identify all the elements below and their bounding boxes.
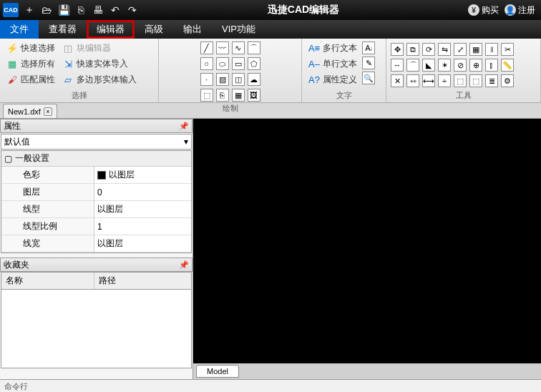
polygon-icon: ▱ [62,74,74,86]
layer-tool-icon[interactable]: ≣ [485,74,498,87]
move-tool-icon[interactable]: ✥ [391,43,404,56]
attr-def-button[interactable]: A?属性定义 [306,73,359,87]
fav-list[interactable] [1,290,192,368]
menu-advanced[interactable]: 高级 [135,20,173,39]
image-tool-icon[interactable]: 🖼 [248,89,260,102]
sidebar: 属性 📌 默认值 ▾ ▢ 一般设置 色彩 以图层 图层 0 线型 以图层 [0,119,193,379]
erase-tool-icon[interactable]: ✕ [391,74,404,87]
prop-row-layer[interactable]: 图层 0 [1,184,191,201]
prop-key: 色彩 [1,167,94,183]
menu-editor[interactable]: 编辑器 [87,20,135,39]
insert-tool-icon[interactable]: ⎘ [216,89,229,102]
quick-select-button[interactable]: ⚡快速选择 [4,41,57,55]
pin-icon[interactable]: 📌 [179,260,189,270]
print-icon[interactable]: 🖶 [92,4,104,16]
text-edit-icon[interactable]: ✎ [362,57,375,69]
prop-row-ltscale[interactable]: 线型比例 1 [1,218,191,235]
explode-tool-icon[interactable]: ✶ [438,59,451,72]
menu-bar: 文件 查看器 编辑器 高级 输出 VIP功能 [0,20,541,39]
chevron-down-icon: ▾ [184,137,188,147]
pin-icon[interactable]: 📌 [179,122,189,131]
menu-vip[interactable]: VIP功能 [212,20,265,39]
table-tool-icon[interactable]: ▦ [232,89,245,102]
ellipse-tool-icon[interactable]: ⬭ [216,57,229,70]
mirror-tool-icon[interactable]: ⇋ [438,43,451,56]
import-icon: ⇲ [62,59,74,70]
attr-icon: A? [308,74,320,86]
scale-tool-icon[interactable]: ⤢ [454,43,467,56]
yen-icon: ¥ [468,4,479,16]
open-icon[interactable]: 🗁 [40,4,53,16]
prop-row-lineweight[interactable]: 线宽 以图层 [1,235,191,253]
drawing-canvas[interactable] [193,119,541,363]
point-tool-icon[interactable]: · [200,73,213,86]
buy-button[interactable]: ¥ 购买 [468,4,499,16]
stretch-tool-icon[interactable]: ⇿ [406,74,419,87]
menu-viewer[interactable]: 查看器 [39,20,87,39]
text-find-icon[interactable]: 🔍 [362,72,375,84]
copy-tool-icon[interactable]: ⧉ [406,43,419,56]
match-props-button[interactable]: 🖌匹配属性 [4,73,57,87]
prop-key: 线型比例 [1,218,94,235]
model-tab[interactable]: Model [196,365,239,378]
text-style-icon[interactable]: Aᵢ [362,41,375,54]
select-all-button[interactable]: ▦选择所有 [4,57,57,71]
undo-icon[interactable]: ↶ [109,4,122,16]
hatch-tool-icon[interactable]: ▧ [216,73,229,86]
prop-key: 线宽 [1,235,94,252]
trim-tool-icon[interactable]: ✂ [501,43,514,56]
rect-tool-icon[interactable]: ▭ [232,57,245,70]
polygon-tool-icon[interactable]: ⬠ [248,57,260,70]
cloud-tool-icon[interactable]: ☁ [248,73,260,86]
extend-tool-icon[interactable]: ↔ [391,59,404,72]
join-tool-icon[interactable]: ⊕ [469,59,482,72]
group-draw-label: 绘制 [163,102,297,114]
command-line[interactable]: 命令行 [0,379,541,392]
register-label: 注册 [518,4,535,16]
register-button[interactable]: 👤 注册 [505,4,535,16]
polygon-entity-input-button[interactable]: ▱多边形实体输入 [60,73,139,87]
divide-tool-icon[interactable]: ÷ [438,74,451,87]
arc-tool-icon[interactable]: ⌒ [248,41,260,54]
break-tool-icon[interactable]: ⊘ [454,59,467,72]
save-icon[interactable]: 💾 [57,4,70,16]
prop-key: 线型 [1,201,94,217]
redo-icon[interactable]: ↷ [126,4,139,16]
group-text-label: 文字 [306,89,381,101]
block-tool-icon[interactable]: ◫ [232,73,245,86]
lengthen-tool-icon[interactable]: ⟷ [422,74,435,87]
offset-tool-icon[interactable]: ⫴ [485,43,498,56]
polyline-tool-icon[interactable]: 〰 [216,41,229,54]
rotate-tool-icon[interactable]: ⟳ [422,43,435,56]
new-icon[interactable]: ＋ [23,4,36,16]
circle-tool-icon[interactable]: ○ [200,57,213,70]
chamfer-tool-icon[interactable]: ◣ [422,59,435,72]
document-tab[interactable]: New1.dxf × [3,104,57,118]
measure-tool-icon[interactable]: 📏 [501,59,514,72]
menu-output[interactable]: 输出 [173,20,212,39]
multiline-text-button[interactable]: A≡多行文本 [306,41,359,55]
menu-file[interactable]: 文件 [0,20,39,39]
block-editor-button[interactable]: ◫块编辑器 [60,41,139,55]
group-tool-icon[interactable]: ⬚ [454,74,467,87]
block-icon: ◫ [62,43,74,54]
ungroup-tool-icon[interactable]: ⬚ [469,74,482,87]
fillet-tool-icon[interactable]: ⌒ [406,59,419,72]
saveas-icon[interactable]: ⎘ [74,4,87,16]
array-tool-icon[interactable]: ▦ [469,43,482,56]
tab-close-icon[interactable]: × [44,107,52,116]
props-tool-icon[interactable]: ⚙ [501,74,514,87]
region-tool-icon[interactable]: ⬚ [200,89,213,102]
favorites-panel: 收藏夹 📌 名称 路径 [0,258,192,368]
quick-entity-import-button[interactable]: ⇲快速实体导入 [60,57,139,71]
prop-row-color[interactable]: 色彩 以图层 [1,167,191,184]
main-area: 属性 📌 默认值 ▾ ▢ 一般设置 色彩 以图层 图层 0 线型 以图层 [0,119,541,379]
props-dropdown[interactable]: 默认值 ▾ [1,134,192,150]
align-tool-icon[interactable]: ⫿ [485,59,498,72]
prop-val: 以图层 [94,235,191,252]
line-tool-icon[interactable]: ╱ [200,41,213,54]
prop-row-linetype[interactable]: 线型 以图层 [1,201,191,218]
props-section-header[interactable]: ▢ 一般设置 [1,151,191,167]
spline-tool-icon[interactable]: ∿ [232,41,245,54]
singleline-text-button[interactable]: A–单行文本 [306,57,359,71]
